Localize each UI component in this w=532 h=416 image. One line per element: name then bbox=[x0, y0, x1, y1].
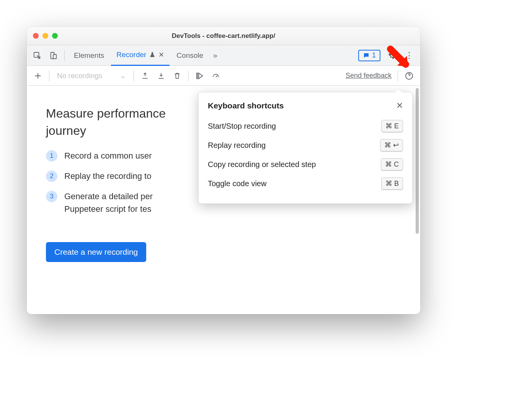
svg-rect-3 bbox=[197, 73, 198, 79]
create-recording-button[interactable]: Create a new recording bbox=[46, 242, 146, 262]
svg-rect-2 bbox=[53, 54, 56, 59]
separator bbox=[134, 70, 134, 81]
separator bbox=[64, 50, 65, 61]
performance-icon[interactable] bbox=[209, 69, 223, 83]
popover-title: Keyboard shortcuts bbox=[208, 101, 284, 110]
device-toggle-icon[interactable] bbox=[46, 48, 60, 63]
issues-icon bbox=[363, 52, 370, 59]
chevron-down-icon: ⌄ bbox=[120, 71, 126, 80]
step-number-badge: 1 bbox=[46, 150, 57, 162]
devtools-window: DevTools - coffee-cart.netlify.app/ Elem… bbox=[27, 27, 420, 314]
step-number-badge: 3 bbox=[46, 191, 57, 202]
tab-label: Console bbox=[176, 51, 203, 60]
shortcut-label: Copy recording or selected step bbox=[208, 160, 316, 169]
export-icon[interactable] bbox=[138, 69, 152, 83]
step-text: Record a common user bbox=[64, 149, 152, 162]
shortcut-keys: ⌘ C bbox=[381, 158, 403, 170]
replay-icon[interactable] bbox=[193, 69, 207, 83]
tab-label: Recorder bbox=[116, 51, 146, 59]
shortcut-label: Toggle code view bbox=[208, 179, 266, 188]
close-icon[interactable]: ✕ bbox=[396, 101, 403, 111]
step-number-badge: 2 bbox=[46, 170, 57, 182]
more-tabs-icon: » bbox=[213, 51, 217, 60]
send-feedback-link[interactable]: Send feedback bbox=[346, 72, 392, 80]
tabs-more[interactable]: » bbox=[210, 45, 220, 66]
tab-elements[interactable]: Elements bbox=[69, 45, 109, 66]
heading-line1: Measure performance bbox=[46, 106, 166, 120]
flask-icon bbox=[149, 51, 155, 58]
tab-label: Elements bbox=[74, 51, 104, 60]
issues-badge[interactable]: 1 bbox=[358, 50, 380, 61]
shortcut-label: Start/Stop recording bbox=[208, 122, 276, 131]
shortcut-row: Copy recording or selected step ⌘ C bbox=[208, 158, 403, 170]
shortcut-keys: ⌘ B bbox=[381, 177, 403, 190]
shortcut-row: Start/Stop recording ⌘ E bbox=[208, 120, 403, 132]
heading-line2: journey bbox=[46, 124, 86, 138]
shortcut-row: Replay recording ⌘ ↩ bbox=[208, 139, 403, 151]
titlebar: DevTools - coffee-cart.netlify.app/ bbox=[27, 27, 420, 45]
issues-count: 1 bbox=[372, 51, 376, 59]
shortcut-keys: ⌘ ↩ bbox=[380, 139, 403, 151]
add-recording-icon[interactable] bbox=[31, 69, 45, 83]
shortcut-keys: ⌘ E bbox=[381, 120, 403, 132]
separator bbox=[49, 70, 49, 81]
step-text: Generate a detailed per Puppeteer script… bbox=[64, 190, 153, 215]
window-title: DevTools - coffee-cart.netlify.app/ bbox=[27, 32, 420, 40]
shortcut-row: Toggle code view ⌘ B bbox=[208, 177, 403, 190]
recorder-toolbar: No recordings ⌄ Send feedback bbox=[27, 66, 420, 86]
inspect-icon[interactable] bbox=[30, 48, 44, 63]
import-icon[interactable] bbox=[154, 69, 168, 83]
tab-recorder[interactable]: Recorder ✕ bbox=[111, 45, 170, 66]
close-tab-icon[interactable]: ✕ bbox=[158, 51, 164, 59]
shortcut-label: Replay recording bbox=[208, 141, 266, 150]
delete-icon[interactable] bbox=[170, 69, 184, 83]
devtools-tabbar: Elements Recorder ✕ Console » 1 ⋮ bbox=[27, 45, 420, 66]
tab-console[interactable]: Console bbox=[171, 45, 209, 66]
separator bbox=[188, 70, 189, 81]
shortcuts-popover: Keyboard shortcuts ✕ Start/Stop recordin… bbox=[198, 92, 413, 204]
recordings-dropdown[interactable]: No recordings ⌄ bbox=[53, 69, 130, 83]
annotation-arrow-icon bbox=[386, 44, 413, 72]
dropdown-placeholder: No recordings bbox=[57, 72, 102, 80]
step-text: Replay the recording to bbox=[64, 170, 151, 182]
scrollbar[interactable] bbox=[416, 88, 419, 234]
